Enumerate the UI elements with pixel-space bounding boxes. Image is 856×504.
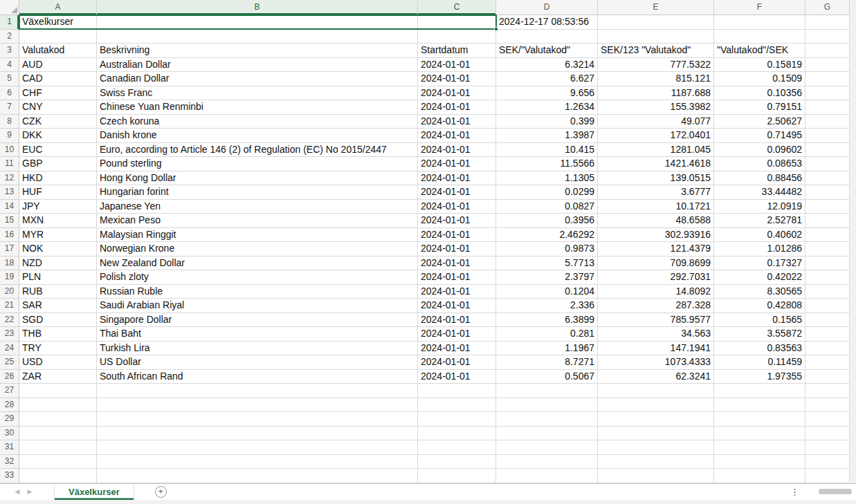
cell-G17[interactable]: [805, 242, 850, 256]
cell-D10[interactable]: 10.415: [496, 143, 598, 158]
cell-B1[interactable]: [97, 15, 418, 30]
cell-B20[interactable]: Russian Ruble: [97, 285, 418, 299]
row-header-16[interactable]: 16: [0, 228, 19, 243]
cell-D24[interactable]: 1.1967: [496, 342, 598, 356]
cell-A1[interactable]: Växelkurser: [19, 15, 97, 30]
row-header-18[interactable]: 18: [0, 256, 19, 271]
cell-A5[interactable]: CAD: [19, 72, 97, 86]
cell-E4[interactable]: 777.5322: [598, 58, 714, 73]
cell-G15[interactable]: [805, 214, 850, 228]
row-header-21[interactable]: 21: [0, 299, 19, 313]
cell-D19[interactable]: 2.3797: [496, 270, 598, 285]
cell-G33[interactable]: [805, 469, 850, 483]
cell-D32[interactable]: [496, 455, 598, 469]
cell-C24[interactable]: 2024-01-01: [418, 342, 496, 356]
cell-F24[interactable]: 0.83563: [714, 342, 805, 356]
row-header-5[interactable]: 5: [0, 72, 19, 86]
cell-E18[interactable]: 709.8699: [598, 256, 714, 271]
cell-C14[interactable]: 2024-01-01: [418, 200, 496, 214]
cell-E10[interactable]: 1281.045: [598, 143, 714, 158]
cell-A16[interactable]: MYR: [19, 228, 97, 243]
cell-B5[interactable]: Canadian Dollar: [97, 72, 418, 86]
cell-F13[interactable]: 33.44482: [714, 185, 805, 200]
cell-D18[interactable]: 5.7713: [496, 256, 598, 271]
cell-A13[interactable]: HUF: [19, 185, 97, 200]
cell-B26[interactable]: South African Rand: [97, 370, 418, 384]
cell-E1[interactable]: [598, 15, 714, 30]
cell-G20[interactable]: [805, 285, 850, 299]
cell-G23[interactable]: [805, 327, 850, 342]
cell-E29[interactable]: [598, 412, 714, 427]
column-header-C[interactable]: C: [418, 0, 496, 15]
cell-G7[interactable]: [805, 100, 850, 115]
row-header-32[interactable]: 32: [0, 455, 19, 469]
cell-C23[interactable]: 2024-01-01: [418, 327, 496, 342]
cell-F8[interactable]: 2.50627: [714, 115, 805, 129]
cell-A6[interactable]: CHF: [19, 86, 97, 101]
cell-C6[interactable]: 2024-01-01: [418, 86, 496, 101]
cell-G28[interactable]: [805, 398, 850, 413]
cell-D3[interactable]: SEK/"Valutakod": [496, 44, 598, 58]
cell-F29[interactable]: [714, 412, 805, 427]
row-header-24[interactable]: 24: [0, 342, 19, 356]
cell-C8[interactable]: 2024-01-01: [418, 115, 496, 129]
cell-B21[interactable]: Saudi Arabian Riyal: [97, 299, 418, 313]
cell-D29[interactable]: [496, 412, 598, 427]
cell-E16[interactable]: 302.93916: [598, 228, 714, 243]
cell-B18[interactable]: New Zealand Dollar: [97, 256, 418, 271]
cell-B7[interactable]: Chinese Yuan Renminbi: [97, 100, 418, 115]
cell-C15[interactable]: 2024-01-01: [418, 214, 496, 228]
cell-F14[interactable]: 12.0919: [714, 200, 805, 214]
cell-C12[interactable]: 2024-01-01: [418, 171, 496, 186]
cell-F11[interactable]: 0.08653: [714, 157, 805, 171]
select-all-corner[interactable]: [0, 0, 19, 15]
cell-G24[interactable]: [805, 342, 850, 356]
cell-B30[interactable]: [97, 427, 418, 441]
cell-G32[interactable]: [805, 455, 850, 469]
cell-F2[interactable]: [714, 30, 805, 44]
cell-D26[interactable]: 0.5067: [496, 370, 598, 384]
cell-C16[interactable]: 2024-01-01: [418, 228, 496, 243]
cell-A19[interactable]: PLN: [19, 270, 97, 285]
cell-G8[interactable]: [805, 115, 850, 129]
cell-E22[interactable]: 785.9577: [598, 313, 714, 328]
cell-E33[interactable]: [598, 469, 714, 483]
cell-E13[interactable]: 3.6777: [598, 185, 714, 200]
cell-D2[interactable]: [496, 30, 598, 44]
cell-G16[interactable]: [805, 228, 850, 243]
cell-F28[interactable]: [714, 398, 805, 413]
row-header-17[interactable]: 17: [0, 242, 19, 256]
cell-A27[interactable]: [19, 384, 97, 398]
cell-C4[interactable]: 2024-01-01: [418, 58, 496, 73]
cell-A29[interactable]: [19, 412, 97, 427]
cell-F25[interactable]: 0.11459: [714, 355, 805, 370]
cell-E32[interactable]: [598, 455, 714, 469]
cell-A14[interactable]: JPY: [19, 200, 97, 214]
cell-B6[interactable]: Swiss Franc: [97, 86, 418, 101]
row-header-15[interactable]: 15: [0, 214, 19, 228]
cell-F19[interactable]: 0.42022: [714, 270, 805, 285]
fill-handle[interactable]: [494, 27, 498, 31]
cell-F10[interactable]: 0.09602: [714, 143, 805, 158]
cell-B23[interactable]: Thai Baht: [97, 327, 418, 342]
cell-A25[interactable]: USD: [19, 355, 97, 370]
cell-A15[interactable]: MXN: [19, 214, 97, 228]
cell-C17[interactable]: 2024-01-01: [418, 242, 496, 256]
cell-B25[interactable]: US Dollar: [97, 355, 418, 370]
cell-A20[interactable]: RUB: [19, 285, 97, 299]
cell-G18[interactable]: [805, 256, 850, 271]
cell-G4[interactable]: [805, 58, 850, 73]
cell-B16[interactable]: Malaysian Ringgit: [97, 228, 418, 243]
cell-F33[interactable]: [714, 469, 805, 483]
cell-A3[interactable]: Valutakod: [19, 44, 97, 58]
cell-D7[interactable]: 1.2634: [496, 100, 598, 115]
cell-G29[interactable]: [805, 412, 850, 427]
cell-A23[interactable]: THB: [19, 327, 97, 342]
cell-A4[interactable]: AUD: [19, 58, 97, 73]
cell-G25[interactable]: [805, 355, 850, 370]
cell-A8[interactable]: CZK: [19, 115, 97, 129]
cell-B4[interactable]: Australian Dollar: [97, 58, 418, 73]
cell-F4[interactable]: 0.15819: [714, 58, 805, 73]
cell-D31[interactable]: [496, 440, 598, 455]
row-header-11[interactable]: 11: [0, 157, 19, 171]
